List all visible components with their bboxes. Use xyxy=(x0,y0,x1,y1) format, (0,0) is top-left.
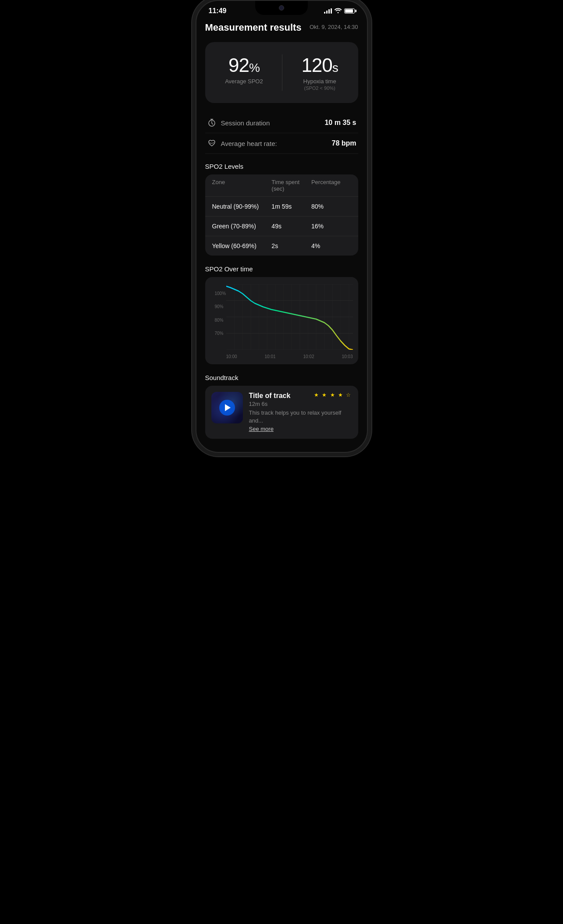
zone-yellow: Yellow (60-69%) xyxy=(212,242,272,249)
hypoxia-sublabel: (SPO2 < 90%) xyxy=(301,85,338,91)
signal-bars-icon xyxy=(324,8,332,14)
x-label-1002: 10:02 xyxy=(303,354,314,359)
session-duration-row: Session duration 10 m 35 s xyxy=(205,113,358,133)
content-area: Measurement results Okt. 9, 2024, 14:30 … xyxy=(196,17,367,452)
table-row: Neutral (90-99%) 1m 59s 80% xyxy=(205,197,358,217)
heart-rate-left: Average heart rate: xyxy=(207,139,277,148)
x-label-1000: 10:00 xyxy=(226,354,237,359)
time-yellow: 2s xyxy=(271,242,311,249)
x-label-1001: 10:01 xyxy=(264,354,275,359)
soundtrack-card: Title of track ★ ★ ★ ★ ☆ 12m 6s This tra… xyxy=(205,386,358,439)
track-stars: ★ ★ ★ ★ ☆ xyxy=(314,392,352,398)
spo2-value: 92% xyxy=(225,54,263,76)
stats-card: 92% Average SPO2 120s Hypoxia time (SPO2… xyxy=(205,42,358,103)
table-header-zone: Zone xyxy=(212,179,272,192)
chart-drawing-area xyxy=(226,284,353,352)
wifi-icon xyxy=(335,7,342,14)
hypoxia-value: 120s xyxy=(301,54,338,76)
table-header-pct: Percentage xyxy=(311,179,351,192)
chart-title: SPO2 Over time xyxy=(205,265,358,273)
timer-icon xyxy=(207,118,217,128)
chart-svg xyxy=(226,284,353,350)
battery-icon xyxy=(344,8,355,14)
pct-neutral: 80% xyxy=(311,203,351,210)
spo2-label: Average SPO2 xyxy=(225,78,263,85)
pct-yellow: 4% xyxy=(311,242,351,249)
chart-x-axis: 10:00 10:01 10:02 10:03 xyxy=(226,354,353,359)
page-header: Measurement results Okt. 9, 2024, 14:30 xyxy=(205,22,358,33)
zone-neutral: Neutral (90-99%) xyxy=(212,203,272,210)
heart-rate-row: Average heart rate: 78 bpm xyxy=(205,133,358,154)
see-more-link[interactable]: See more xyxy=(249,426,274,432)
table-row: Yellow (60-69%) 2s 4% xyxy=(205,236,358,256)
track-title: Title of track xyxy=(249,392,291,400)
header-date: Okt. 9, 2024, 14:30 xyxy=(310,24,358,30)
play-icon xyxy=(225,404,231,411)
y-label-80: 80% xyxy=(215,318,226,323)
table-header: Zone Time spent (sec) Percentage xyxy=(205,174,358,197)
table-header-time: Time spent (sec) xyxy=(271,179,311,192)
time-neutral: 1m 59s xyxy=(271,203,311,210)
status-icons xyxy=(324,7,355,14)
spo2-chart: 100% 90% 80% 70% xyxy=(205,277,358,364)
phone-frame: 11:49 Measuremen xyxy=(196,0,368,453)
heart-rate-icon xyxy=(207,139,217,148)
zone-green: Green (70-89%) xyxy=(212,223,272,230)
session-duration-left: Session duration xyxy=(207,118,270,128)
heart-rate-label: Average heart rate: xyxy=(221,140,277,147)
stat-divider xyxy=(282,54,282,91)
soundtrack-title: Soundtrack xyxy=(205,374,358,381)
status-time: 11:49 xyxy=(209,7,227,15)
pct-green: 16% xyxy=(311,223,351,230)
heart-rate-value: 78 bpm xyxy=(331,139,356,147)
x-label-1003: 10:03 xyxy=(342,354,353,359)
spo2-stat: 92% Average SPO2 xyxy=(225,54,263,91)
play-button[interactable] xyxy=(219,400,235,416)
time-green: 49s xyxy=(271,223,311,230)
hypoxia-label: Hypoxia time xyxy=(301,78,338,85)
table-row: Green (70-89%) 49s 16% xyxy=(205,217,358,236)
y-label-70: 70% xyxy=(215,331,226,336)
session-duration-value: 10 m 35 s xyxy=(324,119,356,127)
track-thumbnail[interactable] xyxy=(211,392,243,423)
session-duration-label: Session duration xyxy=(221,119,270,127)
chart-y-axis: 100% 90% 80% 70% xyxy=(215,291,226,336)
track-header: Title of track ★ ★ ★ ★ ☆ xyxy=(249,392,352,400)
y-label-100: 100% xyxy=(215,291,226,296)
spo2-table-title: SPO2 Levels xyxy=(205,163,358,170)
track-description: This track helps you to relax yourself a… xyxy=(249,409,352,425)
track-info: Title of track ★ ★ ★ ★ ☆ 12m 6s This tra… xyxy=(249,392,352,433)
page-title: Measurement results xyxy=(205,22,302,33)
notch xyxy=(255,1,308,15)
track-duration: 12m 6s xyxy=(249,401,352,407)
y-label-90: 90% xyxy=(215,304,226,309)
camera-dot xyxy=(279,5,284,11)
spo2-table: Zone Time spent (sec) Percentage Neutral… xyxy=(205,174,358,256)
hypoxia-stat: 120s Hypoxia time (SPO2 < 90%) xyxy=(301,54,338,91)
